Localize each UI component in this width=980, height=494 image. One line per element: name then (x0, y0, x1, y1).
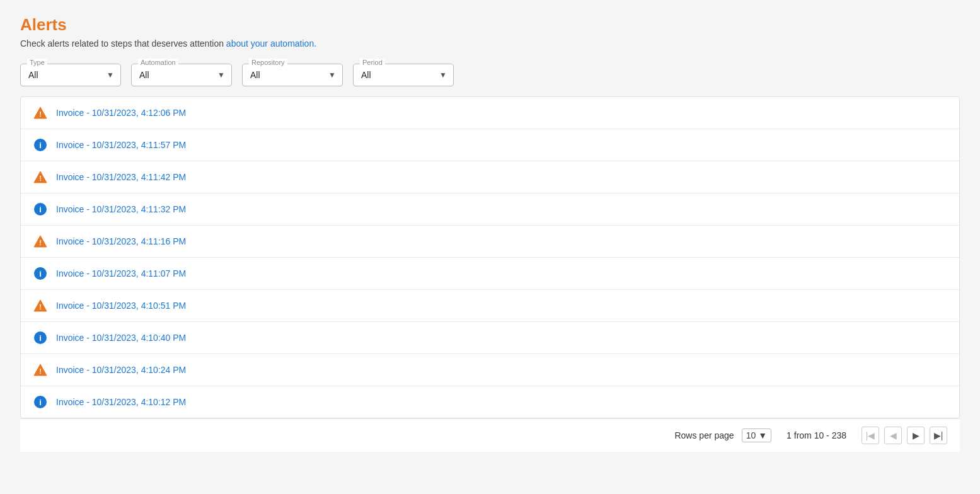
page-title: Alerts (20, 15, 960, 35)
automation-filter-arrow: ▼ (217, 71, 225, 79)
rows-per-page-arrow: ▼ (758, 430, 767, 440)
svg-text:i: i (39, 141, 42, 150)
svg-text:!: ! (39, 175, 42, 182)
alert-row[interactable]: i Invoice - 10/31/2023, 4:10:40 PM (21, 322, 959, 354)
repository-filter-arrow: ▼ (328, 71, 336, 79)
svg-text:i: i (39, 398, 42, 407)
alert-row[interactable]: ! Invoice - 10/31/2023, 4:11:42 PM (21, 161, 959, 193)
repository-filter-label: Repository (249, 59, 287, 66)
rows-per-page-select[interactable]: 10 ▼ (742, 428, 771, 442)
alert-row[interactable]: i Invoice - 10/31/2023, 4:10:12 PM (21, 386, 959, 418)
type-filter-arrow: ▼ (107, 71, 114, 79)
filters-row: Type All ▼ Automation All ▼ Repository A… (20, 64, 960, 86)
warning-icon: ! (33, 299, 47, 313)
pagination-info: 1 from 10 - 238 (787, 430, 846, 440)
svg-text:!: ! (39, 110, 42, 118)
type-filter[interactable]: Type All ▼ (20, 64, 121, 86)
info-icon: i (33, 267, 47, 280)
alert-row[interactable]: ! Invoice - 10/31/2023, 4:10:51 PM (21, 290, 959, 322)
warning-icon: ! (33, 234, 47, 248)
pagination-prev-button[interactable]: ◀ (884, 427, 902, 444)
repository-filter[interactable]: Repository All ▼ (242, 64, 343, 86)
alert-text: Invoice - 10/31/2023, 4:10:24 PM (56, 365, 186, 375)
svg-text:!: ! (39, 239, 42, 246)
info-icon: i (33, 202, 47, 216)
info-icon: i (33, 395, 47, 409)
page-subtitle: Check alerts related to steps that deser… (20, 38, 960, 49)
svg-text:i: i (39, 205, 42, 214)
automation-filter[interactable]: Automation All ▼ (131, 64, 232, 86)
alert-row[interactable]: ! Invoice - 10/31/2023, 4:12:06 PM (21, 97, 959, 129)
svg-text:i: i (39, 333, 42, 343)
alert-text: Invoice - 10/31/2023, 4:10:51 PM (56, 301, 186, 311)
info-icon: i (33, 138, 47, 152)
period-filter-label: Period (360, 59, 385, 66)
type-filter-value: All (28, 70, 38, 80)
warning-icon: ! (33, 106, 47, 120)
alert-text: Invoice - 10/31/2023, 4:12:06 PM (56, 108, 186, 118)
alert-text: Invoice - 10/31/2023, 4:10:12 PM (56, 397, 186, 407)
alert-text: Invoice - 10/31/2023, 4:11:32 PM (56, 204, 186, 214)
alert-row[interactable]: i Invoice - 10/31/2023, 4:11:57 PM (21, 129, 959, 161)
type-filter-label: Type (27, 59, 47, 66)
subtitle-link[interactable]: about your automation. (226, 38, 316, 49)
warning-icon: ! (33, 170, 47, 184)
alert-row[interactable]: i Invoice - 10/31/2023, 4:11:32 PM (21, 193, 959, 226)
svg-text:i: i (39, 269, 42, 279)
warning-icon: ! (33, 363, 47, 377)
automation-filter-value: All (139, 70, 149, 80)
alert-row[interactable]: ! Invoice - 10/31/2023, 4:10:24 PM (21, 354, 959, 386)
pagination-first-button[interactable]: |◀ (862, 427, 879, 444)
period-filter[interactable]: Period All ▼ (353, 64, 454, 86)
alert-row[interactable]: i Invoice - 10/31/2023, 4:11:07 PM (21, 258, 959, 290)
pagination-last-button[interactable]: ▶| (930, 427, 947, 444)
period-filter-value: All (361, 70, 371, 80)
automation-filter-label: Automation (138, 59, 178, 66)
alert-row[interactable]: ! Invoice - 10/31/2023, 4:11:16 PM (21, 226, 959, 258)
alert-text: Invoice - 10/31/2023, 4:11:16 PM (56, 236, 186, 246)
rows-per-page-value: 10 (746, 430, 756, 440)
svg-text:!: ! (39, 303, 42, 311)
svg-text:!: ! (39, 367, 42, 375)
info-icon: i (33, 331, 47, 345)
alert-text: Invoice - 10/31/2023, 4:11:07 PM (56, 268, 186, 279)
pagination-row: Rows per page 10 ▼ 1 from 10 - 238 |◀ ◀ … (20, 418, 960, 452)
subtitle-text: Check alerts related to steps that deser… (20, 38, 226, 49)
alert-text: Invoice - 10/31/2023, 4:11:57 PM (56, 140, 186, 150)
alert-text: Invoice - 10/31/2023, 4:11:42 PM (56, 172, 186, 182)
period-filter-arrow: ▼ (439, 71, 447, 79)
pagination-next-button[interactable]: ▶ (907, 427, 925, 444)
alert-text: Invoice - 10/31/2023, 4:10:40 PM (56, 333, 186, 343)
rows-per-page-label: Rows per page (674, 430, 734, 440)
repository-filter-value: All (250, 70, 260, 80)
page-container: Alerts Check alerts related to steps tha… (0, 0, 980, 494)
alerts-table: ! Invoice - 10/31/2023, 4:12:06 PM i Inv… (20, 96, 960, 418)
